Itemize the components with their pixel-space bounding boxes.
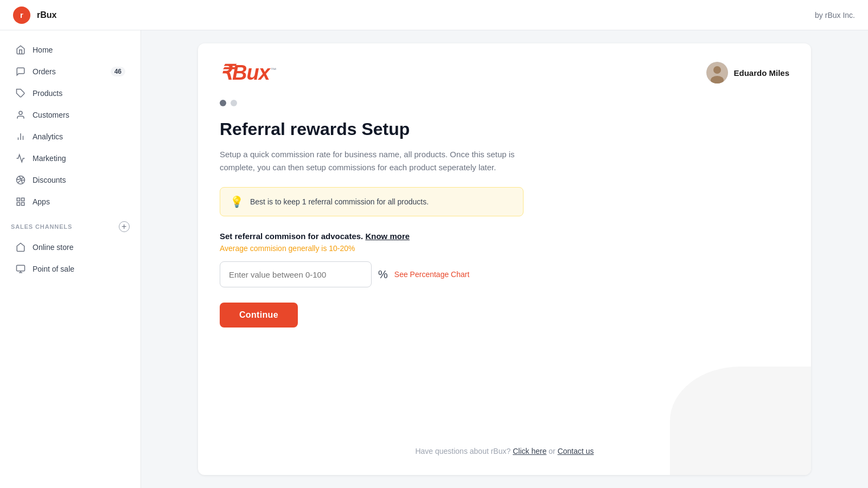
sidebar-item-customers-label: Customers — [33, 111, 69, 119]
svg-rect-10 — [17, 265, 25, 271]
analytics-icon — [15, 131, 26, 142]
sales-channels-section: Sales Channels + — [0, 213, 141, 236]
know-more-link[interactable]: Know more — [365, 232, 410, 241]
stepper-dot-2 — [231, 100, 237, 106]
svg-rect-9 — [17, 203, 20, 206]
setup-title: Referral rewards Setup — [220, 119, 789, 139]
sidebar-item-products-label: Products — [33, 89, 62, 98]
svg-point-12 — [713, 66, 721, 74]
sidebar-item-marketing-label: Marketing — [33, 154, 66, 163]
info-box-text: Best is to keep 1 referral commission fo… — [250, 197, 429, 206]
sidebar-item-products[interactable]: Products — [4, 82, 136, 104]
marketing-icon — [15, 153, 26, 164]
sidebar-item-customers[interactable]: Customers — [4, 104, 136, 126]
sidebar-item-online-store-label: Online store — [33, 243, 73, 252]
online-store-icon — [15, 242, 26, 253]
user-name: Eduardo Miles — [733, 68, 789, 78]
customers-icon — [15, 110, 26, 120]
percent-symbol: % — [378, 268, 388, 281]
svg-rect-6 — [17, 198, 20, 201]
commission-label: Set referral commison for advocates. Kno… — [220, 232, 789, 241]
avatar — [706, 62, 728, 84]
svg-rect-8 — [22, 203, 24, 206]
rbux-tm: ™ — [271, 67, 276, 73]
discounts-icon — [15, 175, 26, 185]
sidebar-item-marketing[interactable]: Marketing — [4, 147, 136, 169]
orders-icon — [15, 66, 26, 77]
sidebar-item-orders[interactable]: Orders 46 — [4, 61, 136, 82]
continue-button[interactable]: Continue — [220, 303, 298, 328]
sidebar-item-home-label: Home — [33, 46, 53, 54]
card-decoration — [670, 367, 811, 475]
pos-icon — [15, 264, 26, 274]
svg-rect-7 — [22, 198, 24, 201]
topbar-right-text: by rBux Inc. — [815, 11, 855, 20]
lightbulb-icon: 💡 — [230, 195, 244, 208]
topbar-app-name: rBux — [37, 10, 56, 20]
add-sales-channel-icon[interactable]: + — [119, 221, 130, 232]
click-here-link[interactable]: Click here — [513, 447, 546, 455]
card-header: ₹Bux™ Eduardo Miles — [220, 61, 789, 85]
sidebar-item-online-store[interactable]: Online store — [4, 236, 136, 258]
sidebar-item-point-of-sale[interactable]: Point of sale — [4, 258, 136, 280]
orders-badge: 46 — [111, 67, 125, 76]
sidebar-item-analytics[interactable]: Analytics — [4, 126, 136, 147]
sidebar-item-orders-label: Orders — [33, 67, 56, 76]
home-icon — [15, 44, 26, 55]
main-content: ₹Bux™ Eduardo Miles — [141, 30, 868, 488]
rbux-logo: ₹Bux™ — [220, 61, 276, 85]
footer-or: or — [546, 447, 557, 455]
svg-point-1 — [19, 111, 22, 114]
stepper-dot-1 — [220, 100, 226, 106]
sidebar-item-analytics-label: Analytics — [33, 132, 63, 141]
commission-avg: Average commision generally is 10-20% — [220, 244, 789, 253]
sidebar-item-apps[interactable]: Apps — [4, 191, 136, 213]
commission-input[interactable] — [220, 261, 372, 287]
sidebar-item-home[interactable]: Home — [4, 39, 136, 61]
rbux-logo-text: ₹Bux™ — [220, 61, 276, 85]
sidebar-item-discounts[interactable]: Discounts — [4, 169, 136, 191]
topbar: r rBux by rBux Inc. — [0, 0, 868, 30]
user-profile: Eduardo Miles — [706, 62, 789, 84]
apps-icon — [15, 196, 26, 207]
input-row: % See Percentage Chart — [220, 261, 789, 287]
setup-card: ₹Bux™ Eduardo Miles — [198, 43, 811, 475]
topbar-logo-icon: r — [13, 7, 30, 24]
card-footer: Have questions about rBux? Click here or… — [198, 447, 811, 455]
sidebar-item-pos-label: Point of sale — [33, 265, 74, 273]
footer-text: Have questions about rBux? — [415, 447, 513, 455]
sidebar-item-apps-label: Apps — [33, 197, 50, 206]
stepper — [220, 100, 789, 106]
info-box: 💡 Best is to keep 1 referral commission … — [220, 187, 524, 216]
sidebar-item-discounts-label: Discounts — [33, 176, 66, 184]
see-percentage-chart-link[interactable]: See Percentage Chart — [394, 270, 470, 279]
products-icon — [15, 88, 26, 99]
sidebar: Home Orders 46 Products Customers Anal — [0, 30, 141, 488]
contact-us-link[interactable]: Contact us — [558, 447, 594, 455]
setup-desc: Setup a quick commission rate for busine… — [220, 148, 545, 174]
